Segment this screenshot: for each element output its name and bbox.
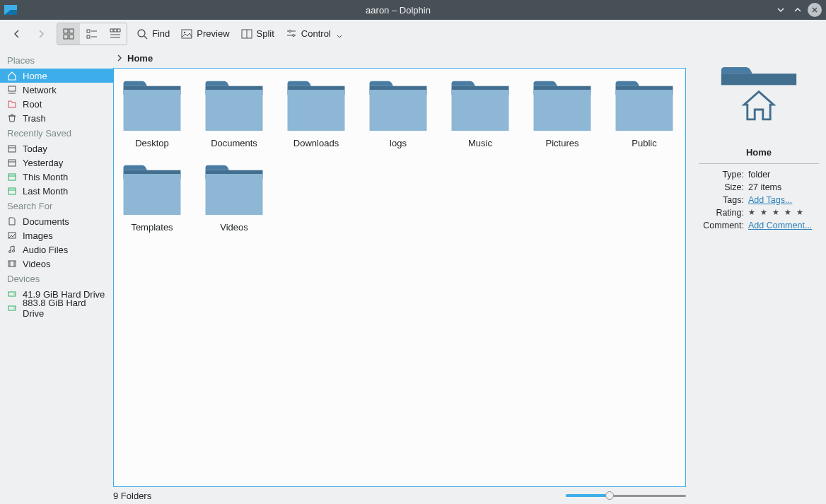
svg-point-47 <box>13 307 15 309</box>
folder-label: Public <box>632 138 656 148</box>
minimize-button[interactable] <box>774 3 788 17</box>
add-comment-link[interactable]: Add Comment... <box>748 221 812 230</box>
app-icon <box>4 5 17 15</box>
sidebar-item-today[interactable]: Today <box>0 141 113 156</box>
chevron-down-icon <box>337 34 342 40</box>
find-label: Find <box>152 28 170 39</box>
folder-label: logs <box>390 138 407 148</box>
rating-label: Rating: <box>699 208 748 218</box>
svg-line-19 <box>144 36 147 39</box>
find-button[interactable]: Find <box>132 23 175 45</box>
folder-icon <box>613 77 675 134</box>
svg-point-21 <box>184 31 185 33</box>
devices-header: Devices <box>0 271 113 287</box>
folder-item[interactable]: Desktop <box>117 77 187 148</box>
sidebar-item-label: Images <box>23 230 53 241</box>
maximize-button[interactable] <box>791 3 805 17</box>
sidebar-item-trash[interactable]: Trash <box>0 111 113 125</box>
tags-label: Tags: <box>699 195 748 205</box>
info-title: Home <box>746 147 772 158</box>
sidebar-item-documents[interactable]: Documents <box>0 214 113 228</box>
add-tags-link[interactable]: Add Tags... <box>748 195 792 205</box>
breadcrumb-current[interactable]: Home <box>127 53 153 64</box>
video-icon <box>7 259 17 269</box>
back-button[interactable] <box>6 23 28 45</box>
icons-view-button[interactable] <box>57 23 80 45</box>
sidebar-item-label: Last Month <box>23 186 68 197</box>
home-icon <box>7 71 17 81</box>
folder-item[interactable]: Documents <box>199 77 269 148</box>
sidebar-item-label: Root <box>23 99 42 110</box>
places-header: Places <box>0 52 113 69</box>
titlebar: aaron – Dolphin <box>0 0 826 20</box>
type-label: Type: <box>699 170 748 180</box>
calendar-icon <box>7 143 17 153</box>
sidebar-item-videos[interactable]: Videos <box>0 257 113 271</box>
folder-home-icon <box>716 62 801 136</box>
folder-item[interactable]: Pictures <box>527 77 598 148</box>
svg-rect-15 <box>117 29 120 32</box>
forward-button[interactable] <box>30 23 52 45</box>
chevron-right-icon <box>116 54 123 61</box>
folder-item[interactable]: Music <box>445 77 516 148</box>
folder-label: Documents <box>211 138 257 148</box>
audio-icon <box>7 245 17 254</box>
svg-rect-36 <box>8 188 16 194</box>
split-icon <box>241 28 252 40</box>
sidebar-item-home[interactable]: Home <box>0 69 113 83</box>
folder-item[interactable]: logs <box>363 77 434 148</box>
folder-icon <box>121 77 183 134</box>
svg-rect-6 <box>69 29 74 33</box>
size-value: 27 items <box>748 182 819 192</box>
sidebar-item-root[interactable]: Root <box>0 97 113 111</box>
folder-item[interactable]: Public <box>609 77 680 148</box>
zoom-slider[interactable] <box>566 491 686 500</box>
control-button[interactable]: Control <box>281 23 347 45</box>
sidebar-item-audio-files[interactable]: Audio Files <box>0 242 113 257</box>
sidebar-item-yesterday[interactable]: Yesterday <box>0 156 113 170</box>
folder-label: Templates <box>131 222 173 233</box>
preview-button[interactable]: Preview <box>176 23 234 45</box>
svg-rect-32 <box>8 160 16 166</box>
file-view[interactable]: DesktopDocumentsDownloadslogsMusicPictur… <box>113 68 686 487</box>
compact-view-button[interactable] <box>81 23 103 45</box>
image-icon <box>7 230 17 240</box>
svg-rect-9 <box>87 30 90 33</box>
statusbar: 9 Folders <box>113 487 686 504</box>
svg-rect-28 <box>8 86 16 91</box>
sliders-icon <box>286 28 297 40</box>
sidebar-item-label: Documents <box>23 216 69 227</box>
rating-stars[interactable]: ★ ★ ★ ★ ★ <box>748 208 819 218</box>
sidebar-item-drive[interactable]: 883.8 GiB Hard Drive <box>0 301 113 315</box>
calendar-green-icon <box>7 172 17 182</box>
folder-item[interactable]: Downloads <box>281 77 351 148</box>
folder-item[interactable]: Videos <box>199 161 269 233</box>
split-button[interactable]: Split <box>236 23 279 45</box>
sidebar-item-this-month[interactable]: This Month <box>0 170 113 184</box>
details-view-button[interactable] <box>104 23 127 45</box>
sidebar-item-label: Yesterday <box>23 158 63 168</box>
breadcrumb[interactable]: Home <box>113 48 686 68</box>
sidebar-item-label: Trash <box>23 113 46 124</box>
folder-label: Videos <box>220 222 248 233</box>
folder-icon <box>121 161 183 218</box>
preview-label: Preview <box>197 28 229 39</box>
svg-point-27 <box>292 34 294 36</box>
sidebar-item-network[interactable]: Network <box>0 83 113 97</box>
sidebar-item-images[interactable]: Images <box>0 228 113 242</box>
folder-item[interactable]: Templates <box>117 161 187 233</box>
recent-header: Recently Saved <box>0 125 113 141</box>
folder-label: Downloads <box>293 138 339 148</box>
sidebar-item-last-month[interactable]: Last Month <box>0 184 113 198</box>
window-controls <box>774 3 822 17</box>
sidebar-item-label: 883.8 GiB Hard Drive <box>23 298 106 319</box>
calendar-green-icon <box>7 186 17 196</box>
status-text: 9 Folders <box>113 491 151 501</box>
size-label: Size: <box>699 182 748 192</box>
window-title: aaron – Dolphin <box>23 5 774 16</box>
close-button[interactable] <box>808 3 822 17</box>
folder-icon <box>285 77 347 134</box>
control-label: Control <box>301 28 331 39</box>
folder-icon <box>449 77 511 134</box>
info-panel: Home Type: folder Size: 27 items Tags: A… <box>692 48 826 504</box>
